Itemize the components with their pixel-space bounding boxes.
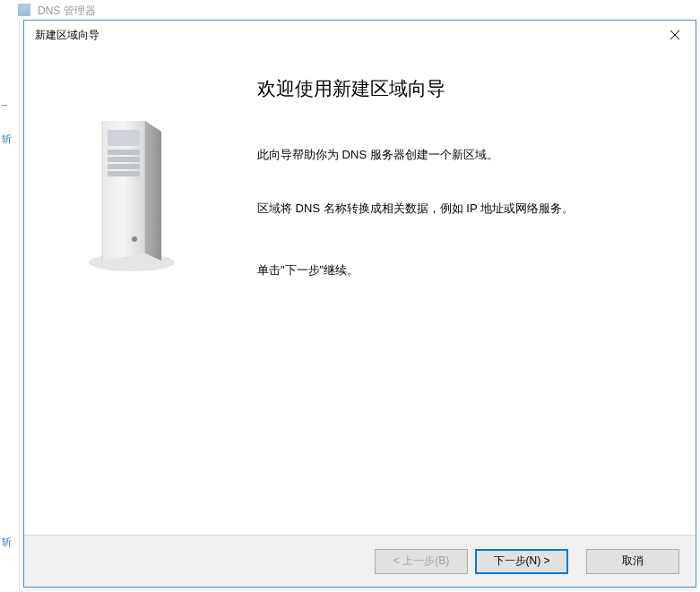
wizard-content: 欢迎使用新建区域向导 此向导帮助你为 DNS 服务器创建一个新区域。 区域将 D… [24,49,696,535]
svg-rect-7 [108,150,140,155]
wizard-heading: 欢迎使用新建区域向导 [257,76,660,101]
left-mark: 斩 [2,536,12,549]
svg-point-11 [132,236,137,242]
cancel-button[interactable]: 取消 [586,549,679,574]
back-button: < 上一步(B) [375,549,468,574]
new-zone-wizard-dialog: 新建区域向导 [23,20,696,588]
wizard-paragraph-1: 此向导帮助你为 DNS 服务器创建一个新区域。 [257,146,660,164]
close-icon [670,30,680,40]
svg-rect-10 [108,171,140,176]
server-tower-icon [82,103,181,273]
dns-manager-icon [18,4,30,16]
svg-rect-9 [108,164,140,169]
wizard-title: 新建区域向导 [35,28,99,43]
svg-marker-4 [145,121,161,261]
wizard-paragraph-3: 单击"下一步"继续。 [257,262,660,279]
wizard-button-bar: < 上一步(B) 下一步(N) > 取消 [24,535,696,587]
svg-point-2 [89,253,175,271]
left-mark: – [2,99,7,109]
parent-window-title: DNS 管理器 [38,4,96,19]
close-button[interactable] [654,21,696,49]
wizard-titlebar: 新建区域向导 [24,21,696,49]
svg-rect-8 [108,157,140,162]
svg-rect-6 [108,130,140,146]
left-mark: 斩 [2,133,12,146]
next-button[interactable]: 下一步(N) > [475,549,568,574]
wizard-paragraph-2: 区域将 DNS 名称转换成相关数据，例如 IP 地址或网络服务。 [257,200,660,218]
wizard-illustration-pane [24,49,239,535]
wizard-text-pane: 欢迎使用新建区域向导 此向导帮助你为 DNS 服务器创建一个新区域。 区域将 D… [239,49,696,535]
